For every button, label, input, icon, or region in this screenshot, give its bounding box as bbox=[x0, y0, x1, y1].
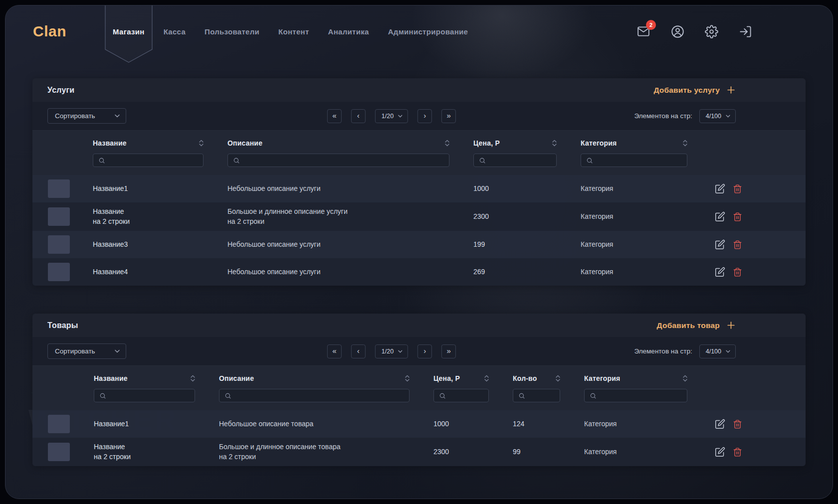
profile-button[interactable] bbox=[670, 24, 685, 39]
delete-icon[interactable] bbox=[731, 446, 743, 458]
column-search bbox=[584, 389, 687, 402]
edit-icon[interactable] bbox=[714, 446, 726, 458]
column-header-cat[interactable]: Категория bbox=[581, 139, 617, 147]
row-name: Название на 2 строки bbox=[93, 207, 227, 226]
table-body: Название1 Небольшое описание услуги 1000… bbox=[32, 175, 806, 286]
row-price: 2300 bbox=[433, 447, 513, 457]
search-input-price[interactable] bbox=[490, 157, 551, 164]
pagination-next-button[interactable]: › bbox=[418, 344, 432, 358]
row-description: Большое и длинное описание услуги на 2 с… bbox=[227, 207, 473, 226]
pagination-first-button[interactable]: « bbox=[327, 344, 342, 358]
row-image-placeholder bbox=[48, 415, 70, 433]
row-description: Небольшое описание услуги bbox=[227, 184, 473, 194]
delete-icon[interactable] bbox=[731, 211, 743, 223]
sort-dropdown[interactable]: Сортировать bbox=[47, 343, 126, 359]
pagination-next-button[interactable]: › bbox=[418, 109, 432, 123]
column-header-price[interactable]: Цена, Р bbox=[433, 374, 460, 382]
column-header-qty[interactable]: Кол-во bbox=[513, 374, 537, 382]
sort-icon[interactable] bbox=[552, 140, 557, 147]
column-header-desc[interactable]: Описание bbox=[227, 139, 262, 147]
search-icon bbox=[99, 392, 106, 399]
settings-button[interactable] bbox=[704, 24, 719, 39]
edit-icon[interactable] bbox=[714, 266, 726, 278]
sort-icon[interactable] bbox=[484, 375, 489, 382]
table-row: Название1 Небольшое описание товара 1000… bbox=[32, 410, 806, 438]
pagination-prev-button[interactable]: ‹ bbox=[351, 109, 366, 123]
add-button-label: Добавить товар bbox=[657, 321, 720, 330]
pagination: « ‹ 1/20 › » bbox=[327, 344, 456, 358]
search-input-desc[interactable] bbox=[244, 157, 444, 164]
sort-icon[interactable] bbox=[556, 375, 560, 382]
search-input-name[interactable] bbox=[109, 157, 198, 164]
delete-icon[interactable] bbox=[731, 418, 743, 430]
pagination-prev-button[interactable]: ‹ bbox=[351, 344, 366, 358]
sort-dropdown[interactable]: Сортировать bbox=[47, 108, 126, 124]
delete-icon[interactable] bbox=[731, 183, 743, 195]
edit-icon[interactable] bbox=[714, 239, 726, 251]
search-input-price[interactable] bbox=[450, 392, 483, 399]
nav-item-content[interactable]: Контент bbox=[269, 5, 319, 57]
search-icon bbox=[224, 392, 231, 399]
sort-icon[interactable] bbox=[445, 140, 449, 147]
column-search-row bbox=[32, 389, 806, 402]
search-input-cat[interactable] bbox=[601, 392, 682, 399]
row-description: Небольшое описание товара bbox=[219, 419, 433, 429]
row-category: Категория bbox=[581, 240, 711, 250]
column-header-name[interactable]: Название bbox=[93, 139, 127, 147]
search-input-desc[interactable] bbox=[235, 392, 404, 399]
page-select-dropdown[interactable]: 1/20 bbox=[375, 109, 408, 123]
edit-icon[interactable] bbox=[714, 183, 726, 195]
column-header-desc[interactable]: Описание bbox=[219, 374, 254, 382]
main-content: Услуги Добавить услугу Сортировать « ‹ 1… bbox=[5, 78, 833, 466]
mail-button[interactable]: 2 bbox=[636, 24, 651, 39]
column-header-cat[interactable]: Категория bbox=[584, 374, 620, 382]
pagination-last-button[interactable]: » bbox=[441, 344, 456, 358]
nav-item-label: Контент bbox=[278, 27, 309, 36]
row-image-placeholder bbox=[48, 179, 70, 198]
table-row: Название1 Небольшое описание услуги 1000… bbox=[32, 175, 806, 202]
column-header-price[interactable]: Цена, Р bbox=[473, 139, 500, 147]
per-page-dropdown[interactable]: 4/100 bbox=[699, 109, 736, 123]
main-nav: Магазин Касса Пользователи Контент Анали… bbox=[103, 5, 477, 57]
search-icon bbox=[590, 392, 597, 399]
nav-item-cashier[interactable]: Касса bbox=[154, 5, 195, 57]
sort-icon[interactable] bbox=[405, 375, 410, 382]
pagination: « ‹ 1/20 › » bbox=[327, 109, 456, 123]
row-name: Название1 bbox=[94, 419, 219, 429]
section-header: Товары Добавить товар bbox=[32, 314, 806, 337]
delete-icon[interactable] bbox=[731, 239, 743, 251]
add-product-button[interactable]: Добавить товар bbox=[657, 321, 736, 330]
row-price: 2300 bbox=[473, 212, 581, 222]
app-logo: Clan bbox=[33, 23, 66, 40]
row-description: Небольшое описание услуги bbox=[227, 267, 473, 277]
nav-item-administration[interactable]: Администрирование bbox=[379, 5, 477, 57]
row-image-placeholder bbox=[48, 235, 70, 254]
row-image-placeholder bbox=[48, 263, 70, 281]
row-name: Название на 2 строки bbox=[94, 442, 219, 462]
edit-icon[interactable] bbox=[714, 418, 726, 430]
row-name: Название1 bbox=[93, 184, 227, 194]
search-input-name[interactable] bbox=[110, 392, 190, 399]
section-title: Услуги bbox=[47, 86, 74, 95]
nav-item-analytics[interactable]: Аналитика bbox=[319, 5, 379, 57]
sort-icon[interactable] bbox=[199, 140, 204, 147]
pagination-last-button[interactable]: » bbox=[441, 109, 456, 123]
row-category: Категория bbox=[581, 212, 711, 222]
page-select-dropdown[interactable]: 1/20 bbox=[375, 344, 408, 358]
sort-icon[interactable] bbox=[683, 375, 687, 382]
per-page-dropdown[interactable]: 4/100 bbox=[699, 344, 736, 358]
column-header-name[interactable]: Название bbox=[94, 374, 128, 382]
add-service-button[interactable]: Добавить услугу bbox=[653, 85, 736, 95]
chevron-down-icon bbox=[726, 350, 730, 353]
pagination-first-button[interactable]: « bbox=[327, 109, 342, 123]
sort-icon[interactable] bbox=[191, 375, 195, 382]
edit-icon[interactable] bbox=[714, 211, 726, 223]
nav-item-users[interactable]: Пользователи bbox=[195, 5, 269, 57]
sort-icon[interactable] bbox=[683, 140, 687, 147]
nav-item-shop[interactable]: Магазин bbox=[103, 5, 154, 57]
logout-button[interactable] bbox=[738, 24, 753, 39]
row-name: Название3 bbox=[93, 240, 227, 250]
search-input-cat[interactable] bbox=[597, 157, 682, 164]
search-input-qty[interactable] bbox=[529, 392, 555, 399]
delete-icon[interactable] bbox=[731, 266, 743, 278]
